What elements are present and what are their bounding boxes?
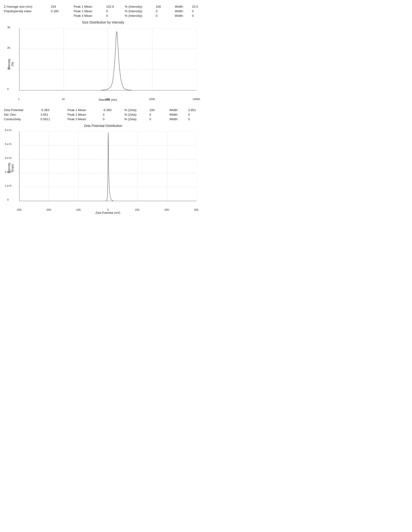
- conductivity-value: 0.5811: [39, 117, 59, 121]
- zeta-x-tick-n100: -100.: [75, 208, 81, 211]
- size-peak2-mean-label: Peak 2 Mean:: [72, 9, 105, 13]
- zeta-stats-table: Zeta Potential: -5.383 Peak 1 Mean: -5.3…: [2, 108, 204, 121]
- size-y-tick-30: 30.: [7, 26, 11, 29]
- size-y-tick-20: 20.: [7, 46, 11, 49]
- size-y-axis-label: Intensity (%): [8, 58, 14, 70]
- z-average-label: Z-Average size (nm):: [2, 4, 49, 9]
- zeta-y-tick-4e5: 4.e+5: [5, 142, 11, 145]
- zeta-x-tick-n300: -300.: [16, 208, 22, 211]
- size-peak3-width-value: 0: [191, 13, 204, 18]
- zeta-peak1-pct-label: % (Zeta):: [123, 108, 148, 112]
- size-peak2-width-label: Width:: [173, 9, 191, 13]
- zeta-y-tick-0: 0: [7, 198, 9, 201]
- size-peak1-width-value: 23.5: [191, 4, 204, 9]
- zeta-peak2-mean-value: 0: [101, 112, 120, 117]
- zeta-peak3-width-value: 0: [187, 117, 204, 121]
- zeta-x-tick-300: 300.: [194, 208, 199, 211]
- zeta-y-tick-5e5: 5.e+5: [5, 129, 11, 132]
- size-stats-table: Z-Average size (nm): 154 Peak 1 Mean: 15…: [2, 4, 204, 18]
- size-chart-title: Size Distribution by Intensity: [2, 20, 204, 24]
- size-peak1-pct-value: 100: [154, 4, 166, 9]
- zeta-x-tick-100: 100.: [135, 208, 140, 211]
- zeta-distribution-chart-section: Zeta Potential Distribution Intensity (k…: [2, 124, 204, 216]
- zeta-peak2-width-label: Width:: [168, 112, 187, 117]
- size-peak3-width-label: Width:: [173, 13, 191, 18]
- size-peak1-width-label: Width:: [173, 4, 191, 9]
- zeta-peak2-mean-label: Peak 2 Mean:: [66, 112, 101, 117]
- size-chart-container: Intensity (%) 0 10. 20. 30.: [5, 26, 201, 103]
- pdi-label: Polydispersity index:: [2, 9, 49, 13]
- zeta-y-axis-label: Intensity (kcps): [8, 162, 14, 174]
- zeta-peak1-mean-label: Peak 1 Mean:: [66, 108, 101, 112]
- size-peak3-mean-value: 0: [105, 13, 120, 18]
- zeta-peak3-width-label: Width:: [168, 117, 187, 121]
- size-chart-area: [19, 28, 197, 90]
- size-peak1-mean-label: Peak 1 Mean:: [72, 4, 105, 9]
- size-peak2-mean-value: 0: [105, 9, 120, 13]
- zeta-peak1-width-value: 3.851: [187, 108, 204, 112]
- zeta-x-tick-0: 0: [107, 208, 109, 211]
- zeta-x-tick-200: 200.: [165, 208, 169, 211]
- zeta-peak2-pct-label: % (Zeta):: [123, 112, 148, 117]
- size-peak1-mean-value: 152.6: [105, 4, 120, 9]
- zeta-chart-container: Intensity (kcps) 0 1.e+5 2.e+5 3.e+5 4.e…: [5, 129, 201, 216]
- size-peak1-pct-label: % (Intensity):: [123, 4, 154, 9]
- size-peak2-width-value: 0: [191, 9, 204, 13]
- pdi-value: 0.160: [49, 9, 65, 13]
- size-chart-svg: [19, 28, 197, 90]
- zeta-peak3-mean-label: Peak 3 Mean:: [66, 117, 101, 121]
- zeta-x-axis-label: Zeta Potential (mV): [19, 211, 197, 215]
- size-distribution-chart-section: Size Distribution by Intensity Intensity…: [2, 20, 204, 103]
- zeta-x-tick-n200: -200.: [46, 208, 52, 211]
- zeta-chart-area: [19, 132, 197, 201]
- z-average-value: 154: [49, 4, 65, 9]
- size-peak3-mean-label: Peak 3 Mean:: [72, 13, 105, 18]
- zeta-peak2-pct-value: 0: [148, 112, 161, 117]
- zeta-peak1-width-label: Width:: [168, 108, 187, 112]
- zeta-potential-value: -5.383: [39, 108, 59, 112]
- zeta-y-tick-3e5: 3.e+5: [5, 156, 11, 159]
- size-peak3-pct-label: % (Intensity):: [123, 13, 154, 18]
- size-peak2-pct-value: 0: [154, 9, 166, 13]
- zeta-chart-svg: [19, 132, 197, 201]
- zeta-peak1-mean-value: -5.383: [101, 108, 120, 112]
- zeta-potential-label: Zeta Potential:: [2, 108, 39, 112]
- zeta-peak3-pct-value: 0: [148, 117, 161, 121]
- size-y-tick-0: 0: [7, 88, 9, 90]
- zeta-chart-title: Zeta Potential Distribution: [2, 124, 204, 128]
- zeta-peak3-pct-label: % (Zeta):: [123, 117, 148, 121]
- size-peak2-pct-label: % (Intensity):: [123, 9, 154, 13]
- conductivity-label: Conductivity: [2, 117, 39, 121]
- size-peak3-pct-value: 0: [154, 13, 166, 18]
- zeta-peak3-mean-value: 0: [101, 117, 120, 121]
- std-dev-value: 3.851: [39, 112, 59, 117]
- zeta-y-tick-1e5: 1.e+5: [5, 184, 11, 187]
- std-dev-label: Std. Dev:: [2, 112, 39, 117]
- zeta-peak1-pct-value: 100: [148, 108, 161, 112]
- size-x-axis-label: Diameter (nm): [19, 98, 197, 102]
- zeta-peak2-width-value: 0: [187, 112, 204, 117]
